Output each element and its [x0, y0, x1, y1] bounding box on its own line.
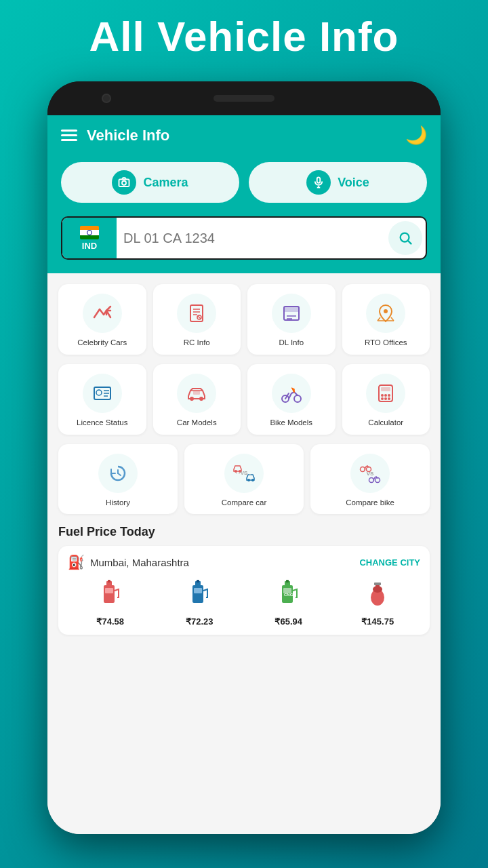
celebrity-cars-label: Celebrity Cars: [77, 338, 127, 348]
petrol-price: ₹74.58: [96, 616, 124, 627]
page-background-title: All Vehicle Info: [0, 12, 488, 60]
diesel-price: ₹72.23: [186, 616, 214, 627]
svg-point-25: [190, 397, 194, 401]
rto-offices-icon: [366, 294, 405, 333]
rto-offices-label: RTO Offices: [365, 338, 407, 348]
svg-rect-31: [381, 387, 390, 391]
svg-point-37: [388, 397, 390, 400]
menu-row-2: Licence Status Car Models: [58, 364, 430, 435]
svg-rect-54: [108, 580, 110, 583]
diesel-icon: [187, 578, 211, 614]
celebrity-cars-icon: [83, 294, 122, 333]
svg-rect-67: [374, 583, 381, 585]
header-left: Vehicle Info: [61, 127, 169, 144]
menu-item-history[interactable]: History: [58, 444, 178, 515]
svg-rect-27: [193, 391, 200, 395]
camera-icon: [112, 170, 136, 195]
app-title: Vehicle Info: [87, 127, 169, 144]
phone-speaker: [214, 95, 274, 102]
svg-rect-56: [194, 588, 202, 593]
menu-row-3: History VS: [58, 444, 430, 515]
calculator-label: Calculator: [368, 418, 403, 428]
menu-item-calculator[interactable]: Calculator: [342, 364, 430, 435]
fuel-card-header: ⛽ Mumbai, Maharashtra CHANGE CITY: [68, 554, 420, 570]
fuel-price-lpg: ₹145.75: [336, 578, 421, 627]
cng-icon: CNG: [277, 578, 301, 614]
svg-rect-55: [192, 585, 203, 603]
svg-rect-13: [284, 307, 299, 312]
country-badge: IND: [62, 218, 117, 258]
menu-item-dl-info[interactable]: DL Info: [247, 284, 336, 355]
svg-rect-52: [105, 588, 113, 593]
fuel-section-title: Fuel Price Today: [58, 525, 430, 539]
svg-line-39: [118, 473, 121, 475]
svg-point-32: [381, 394, 384, 397]
svg-rect-2: [317, 178, 321, 183]
svg-rect-51: [104, 585, 115, 603]
fuel-prices-row: ₹74.58 ₹72.23: [68, 578, 420, 627]
menu-item-compare-car[interactable]: VS Compare car: [184, 444, 304, 515]
compare-bike-icon: VS: [350, 454, 390, 493]
svg-text:VS: VS: [367, 471, 374, 477]
voice-button[interactable]: Voice: [249, 162, 427, 203]
search-input-wrapper: [117, 218, 385, 258]
menu-item-rto-offices[interactable]: RTO Offices: [342, 284, 430, 355]
camera-label: Camera: [143, 176, 188, 190]
microphone-icon: [306, 170, 331, 195]
car-models-label: Car Models: [177, 418, 217, 428]
menu-item-car-models[interactable]: Car Models: [153, 364, 241, 435]
bike-models-icon: [272, 374, 311, 413]
fuel-price-diesel: ₹72.23: [157, 578, 243, 627]
hamburger-menu-icon[interactable]: [61, 130, 77, 141]
svg-line-6: [408, 241, 411, 244]
search-input[interactable]: [123, 218, 378, 258]
svg-text:CNG: CNG: [284, 593, 293, 597]
svg-point-16: [384, 309, 388, 313]
petrol-icon: [98, 578, 123, 614]
bike-models-label: Bike Models: [270, 418, 312, 428]
rc-info-label: RC Info: [184, 338, 210, 348]
history-icon: [98, 454, 138, 493]
licence-status-label: Licence Status: [77, 418, 127, 428]
cng-price: ₹65.94: [274, 616, 302, 627]
fuel-price-petrol: ₹74.58: [68, 578, 153, 627]
app-content: Vehicle Info 🌙 Camera: [47, 115, 441, 834]
rc-info-icon: [177, 294, 216, 333]
svg-point-26: [199, 397, 203, 401]
city-name: Mumbai, Maharashtra: [90, 557, 189, 568]
svg-point-33: [384, 394, 387, 397]
scroll-content: Celebrity Cars RC Info: [47, 273, 441, 834]
menu-row-1: Celebrity Cars RC Info: [58, 284, 430, 355]
menu-item-compare-bike[interactable]: VS Compare bike: [310, 444, 430, 515]
svg-text:VS: VS: [241, 470, 248, 476]
car-models-icon: [177, 374, 216, 413]
menu-item-licence-status[interactable]: Licence Status: [58, 364, 146, 435]
dark-mode-icon[interactable]: 🌙: [405, 125, 427, 146]
india-flag: [80, 226, 99, 239]
phone-frame: Vehicle Info 🌙 Camera: [47, 81, 441, 834]
svg-point-1: [122, 181, 126, 185]
svg-point-40: [235, 470, 237, 473]
dl-info-icon: [272, 294, 311, 333]
fuel-pump-icon: ⛽: [68, 554, 85, 570]
svg-point-36: [384, 397, 387, 400]
lpg-icon: [365, 578, 390, 614]
menu-item-rc-info[interactable]: RC Info: [153, 284, 241, 355]
compare-car-icon: VS: [224, 454, 264, 493]
voice-label: Voice: [338, 176, 369, 190]
country-code: IND: [82, 241, 97, 251]
menu-item-bike-models[interactable]: Bike Models: [247, 364, 336, 435]
svg-point-44: [251, 479, 254, 481]
app-header: Vehicle Info 🌙: [47, 115, 441, 155]
calculator-icon: [366, 374, 405, 413]
menu-item-celebrity-cars[interactable]: Celebrity Cars: [58, 284, 146, 355]
compare-bike-label: Compare bike: [346, 498, 394, 508]
svg-point-29: [294, 395, 301, 402]
search-button[interactable]: [388, 221, 422, 255]
licence-status-icon: [83, 374, 122, 413]
change-city-button[interactable]: CHANGE CITY: [359, 557, 420, 568]
svg-point-34: [388, 394, 390, 397]
camera-button[interactable]: Camera: [61, 162, 239, 203]
svg-point-43: [247, 479, 250, 481]
history-label: History: [106, 498, 130, 508]
